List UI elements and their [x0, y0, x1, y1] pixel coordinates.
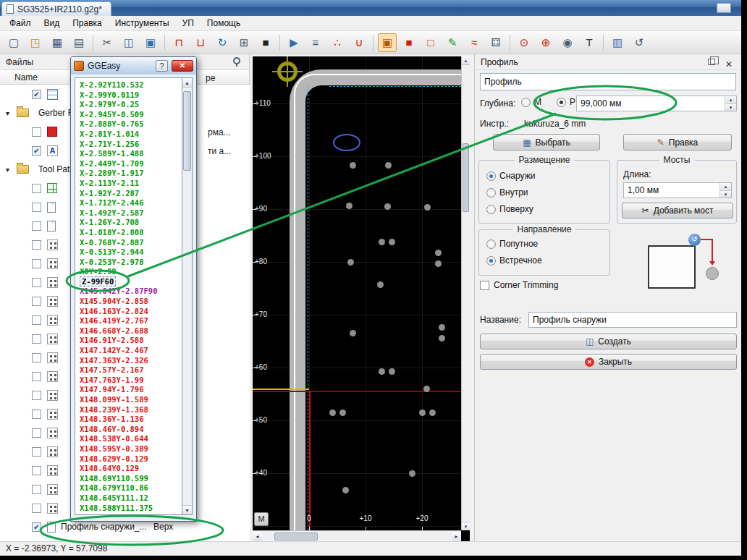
gcode-line[interactable]: X-1.018Y-2.808	[80, 228, 182, 238]
tree-checkbox[interactable]	[32, 184, 41, 193]
gcode-line[interactable]: X148.645Y111.12	[80, 493, 182, 504]
new-file-icon[interactable]: ▢	[4, 33, 23, 52]
tree-checkbox[interactable]	[32, 278, 41, 287]
spin-up-icon[interactable]: ▴	[725, 96, 736, 104]
cut-icon[interactable]: ✂	[98, 33, 117, 52]
depth-input[interactable]: 99,000 мм ▴▾	[576, 96, 737, 111]
text-tool-icon[interactable]: Т	[580, 33, 599, 52]
gcode-line[interactable]: X148.099Y-1.589	[80, 395, 182, 405]
gcode-line[interactable]: X146.91Y-2.588	[80, 336, 182, 346]
markers-icon[interactable]: ∴	[328, 33, 347, 52]
run-gcode-icon[interactable]: ▶	[284, 33, 303, 52]
direction-radio-0[interactable]: Попутное	[486, 239, 538, 249]
help-button[interactable]: ?	[156, 60, 168, 72]
placement-radio-2[interactable]: Поверху	[486, 204, 533, 214]
tree-checkbox[interactable]	[32, 466, 41, 475]
close-profile-button[interactable]: ✕ Закрыть	[480, 354, 737, 370]
gcode-line[interactable]: X148.64Y0.129	[80, 464, 182, 474]
gcode-line[interactable]: X-2.888Y-0.765	[80, 119, 182, 130]
gcode-line[interactable]: X147.763Y-1.99	[80, 376, 182, 386]
preview-icon[interactable]: ■	[256, 33, 275, 52]
tree-checkbox[interactable]	[32, 391, 41, 400]
undock-icon[interactable]	[708, 59, 715, 65]
scroll-up-icon[interactable]: ▲	[462, 56, 470, 65]
gcode-line[interactable]: X-2.81Y-1.014	[80, 130, 182, 140]
menu-item-3[interactable]: Инструменты	[109, 17, 176, 30]
corner-trimming-checkbox[interactable]: Corner Trimming	[480, 280, 558, 290]
menu-item-2[interactable]: Правка	[66, 17, 109, 30]
measure-button[interactable]: М	[254, 512, 269, 526]
scroll-thumb[interactable]	[183, 91, 191, 171]
gcode-line[interactable]: X148.239Y-1.368	[80, 405, 182, 415]
pocket-tool-icon[interactable]: ■	[400, 33, 418, 52]
gcode-line[interactable]: X146.419Y-2.767	[80, 316, 182, 326]
gcode-line[interactable]: X147.94Y-1.796	[80, 385, 182, 395]
pencil-tool-icon[interactable]: ✎	[443, 33, 462, 52]
outline-tool-icon[interactable]: □	[421, 33, 440, 52]
gcode-line[interactable]: X-2.945Y-0.509	[80, 110, 182, 120]
duplicate-icon[interactable]: ▥	[608, 33, 627, 52]
gcode-line[interactable]: X147.363Y-2.326	[80, 356, 182, 366]
close-button[interactable]: ✕	[172, 60, 193, 72]
gcode-line[interactable]: X145.904Y-2.858	[80, 297, 182, 307]
gcode-line[interactable]: X-0.768Y-2.887	[80, 238, 182, 248]
gcode-line[interactable]: X-1.26Y-2.708	[80, 218, 182, 228]
tree-checkbox[interactable]	[32, 428, 41, 438]
scroll-up-icon[interactable]: ▲	[182, 78, 192, 88]
origin-point-icon[interactable]: ⊕	[536, 33, 555, 52]
copy-icon[interactable]: ◫	[119, 33, 138, 52]
gcode-line[interactable]: Z-99F60	[80, 277, 182, 287]
tree-checkbox[interactable]	[32, 372, 41, 381]
gcode-line[interactable]: X148.69Y110.599	[80, 474, 182, 484]
gcode-line[interactable]: X148.629Y-0.129	[80, 454, 182, 464]
profile-tool-icon[interactable]: ▣	[378, 33, 397, 52]
drill-tool-icon[interactable]: ⚃	[486, 33, 505, 52]
gcode-line[interactable]: X-0.513Y-2.944	[80, 247, 182, 258]
scroll-down-icon[interactable]: ▼	[462, 522, 470, 530]
tree-checkbox[interactable]	[32, 259, 41, 268]
spin-up-icon[interactable]: ▴	[720, 183, 731, 191]
depth-radio-p[interactable]: Р	[557, 97, 575, 107]
gcode-line[interactable]: X148.595Y-0.389	[80, 444, 182, 454]
gcode-line[interactable]: X-2.92Y110.532	[80, 80, 182, 90]
open-file-icon[interactable]: ◳	[26, 33, 45, 52]
placement-radio-0[interactable]: Снаружи	[486, 171, 535, 181]
tree-checkbox[interactable]	[32, 240, 41, 250]
gcode-line[interactable]: X-2.289Y-1.917	[80, 169, 182, 179]
curve-tool-icon[interactable]: ≈	[465, 33, 484, 52]
tree-checkbox[interactable]	[32, 297, 41, 306]
tree-checkbox[interactable]: ✔	[32, 522, 41, 532]
viewport-horizontal-scrollbar[interactable]: ◄ ►	[253, 530, 461, 541]
menu-item-5[interactable]: Помощь	[201, 17, 247, 30]
tree-checkbox[interactable]	[32, 410, 41, 419]
pin-icon[interactable]	[230, 56, 240, 67]
tree-checkbox[interactable]	[32, 504, 41, 513]
center-point-icon[interactable]: ◉	[558, 33, 577, 52]
tree-checkbox[interactable]: ✔	[32, 90, 41, 99]
create-button[interactable]: ◫ Создать	[480, 334, 737, 349]
menu-item-0[interactable]: Файл	[3, 17, 38, 30]
scroll-right-icon[interactable]: ►	[452, 532, 461, 541]
window-control-button[interactable]	[717, 3, 731, 13]
cad-canvas[interactable]: М +110+100+90+80+70+60+50+400+10+20	[253, 56, 461, 530]
tree-checkbox[interactable]	[32, 221, 41, 231]
edit-tool-button[interactable]: ✎ Правка	[623, 134, 732, 150]
save-file-icon[interactable]: ▦	[48, 33, 67, 52]
tree-checkbox[interactable]	[32, 203, 41, 212]
menu-item-4[interactable]: УП	[176, 17, 201, 30]
gcode-line[interactable]: X148.588Y111.375	[80, 504, 182, 514]
gcode-line[interactable]: X145.042Y-2.87F90	[80, 287, 182, 297]
bridge-length-input[interactable]: 1,00 мм ▴▾	[623, 182, 732, 198]
gcode-line[interactable]: X0Y-2.99	[80, 267, 182, 277]
gcode-line[interactable]: X147.57Y-2.167	[80, 365, 182, 376]
expand-arrow-icon[interactable]: ▾	[6, 109, 17, 117]
tree-checkbox[interactable]	[32, 127, 41, 137]
spin-down-icon[interactable]: ▾	[725, 104, 736, 111]
gcode-line[interactable]: X148.36Y-1.136	[80, 415, 182, 425]
gcode-line[interactable]: X-2.589Y-1.488	[80, 149, 182, 159]
document-tab[interactable]: SG3525+IR2110.g2g*	[1, 1, 111, 16]
gcode-line[interactable]: X-2.71Y-1.256	[80, 140, 182, 150]
scroll-left-icon[interactable]: ◄	[253, 532, 262, 541]
gcode-line[interactable]: X148.679Y110.86	[80, 483, 182, 493]
gcode-line[interactable]: X-2.979Y-0.25	[80, 100, 182, 110]
